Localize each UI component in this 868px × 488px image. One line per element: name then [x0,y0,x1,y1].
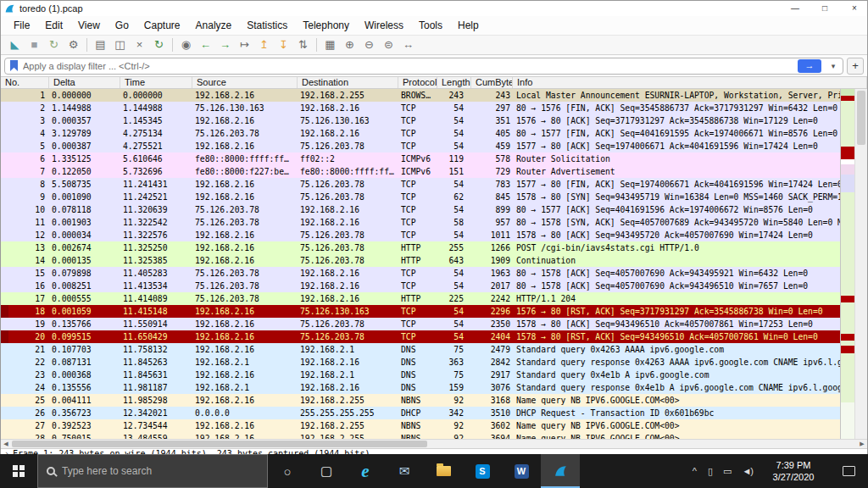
skype-icon[interactable]: S [463,454,502,488]
packet-row[interactable]: 85.50873511.241431192.168.2.1675.126.203… [1,178,840,191]
packet-row[interactable]: 150.07989811.40528375.126.203.78192.168.… [1,267,840,280]
packet-row[interactable]: 50.0003874.275521192.168.2.1675.126.203.… [1,140,840,152]
filter-dropdown-chevron-icon[interactable]: ▾ [826,62,840,70]
start-capture-icon[interactable]: ◣ [5,36,25,53]
packet-row[interactable]: 220.08713111.845263192.168.2.1192.168.2.… [1,356,840,369]
column-header-time[interactable]: Time [120,77,192,88]
packet-row[interactable]: 270.39252312.734544192.168.2.16192.168.2… [1,419,840,432]
packet-row[interactable]: 120.00003411.322576192.168.2.1675.126.20… [1,229,840,241]
packet-row[interactable]: 190.13576611.550914192.168.2.1675.126.20… [1,318,840,330]
zoom-out-icon[interactable]: ⊖ [359,36,379,53]
filter-input[interactable] [23,61,793,71]
restart-capture-icon[interactable]: ↻ [44,36,64,53]
menu-edit[interactable]: Edit [37,17,70,34]
packet-row[interactable]: 43.1297894.27513475.126.203.78192.168.2.… [1,127,840,140]
find-packet-icon[interactable]: ◉ [176,36,196,53]
task-view-icon[interactable]: ▢ [307,454,346,488]
open-file-icon[interactable]: ▤ [91,36,110,53]
stop-capture-icon[interactable]: ■ [25,36,44,53]
apply-filter-button[interactable]: → [798,59,821,73]
column-header-delta[interactable]: Delta [49,77,120,88]
cortana-icon[interactable]: ○ [268,454,307,488]
packet-row[interactable]: 250.00411111.985298192.168.2.16192.168.2… [1,394,840,407]
file-explorer-icon[interactable] [424,454,463,488]
start-button[interactable] [0,454,37,488]
menu-go[interactable]: Go [108,17,136,34]
volume-icon[interactable]: ◄) [742,466,753,477]
menu-help[interactable]: Help [450,17,487,34]
packet-row[interactable]: 230.00036811.845631192.168.2.16192.168.2… [1,369,840,381]
filter-bookmark-icon[interactable] [10,60,18,71]
colorize-icon[interactable]: ▦ [320,36,340,53]
packet-row[interactable]: 130.00267411.325250192.168.2.1675.126.20… [1,241,840,254]
go-forward-icon[interactable]: → [215,36,235,53]
menu-tools[interactable]: Tools [411,17,450,34]
edge-icon[interactable]: e [346,454,385,488]
go-last-icon[interactable]: ↧ [274,36,293,53]
column-header-info[interactable]: Info [513,77,867,88]
menu-telephony[interactable]: Telephony [295,17,357,34]
scroll-left-arrow-icon[interactable]: ◀ [1,440,11,448]
menu-view[interactable]: View [70,17,108,34]
search-input[interactable] [62,465,259,477]
go-first-icon[interactable]: ↥ [254,36,274,53]
maximize-button[interactable]: □ [812,1,837,16]
go-back-icon[interactable]: ← [196,36,215,53]
battery-icon[interactable]: ▯ [708,466,712,477]
vertical-scrollbar[interactable] [854,89,867,439]
zoom-in-icon[interactable]: ⊕ [340,36,359,53]
packet-row[interactable]: 280.75001513.484559192.168.2.16192.168.2… [1,432,840,439]
column-header-no[interactable]: No. [1,77,49,88]
auto-scroll-icon[interactable]: ⇅ [293,36,313,53]
mail-icon[interactable]: ✉ [385,454,424,488]
menu-wireless[interactable]: Wireless [357,17,411,34]
packet-row[interactable]: 200.09951511.650429192.168.2.1675.126.20… [1,330,840,343]
column-header-source[interactable]: Source [192,77,298,88]
resize-columns-icon[interactable]: ↔ [398,36,418,53]
capture-options-icon[interactable]: ⚙ [64,36,83,53]
packet-row[interactable]: 110.00190311.32254275.126.203.78192.168.… [1,216,840,229]
save-file-icon[interactable]: ◫ [110,36,130,53]
column-header-length[interactable]: Length [437,77,471,88]
packet-row[interactable]: 10.0000000.000000192.168.2.16192.168.2.2… [1,89,840,102]
packet-row[interactable]: 100.07811811.32063975.126.203.78192.168.… [1,203,840,216]
menu-analyze[interactable]: Analyze [188,17,240,34]
close-button[interactable]: × [842,1,867,16]
display-filter-field[interactable]: → ▾ [4,58,843,75]
column-header-cumbyte[interactable]: CumByte [471,77,513,88]
action-center-icon[interactable] [834,466,863,476]
column-header-protocol[interactable]: Protocol [398,77,437,88]
taskbar-clock[interactable]: 7:39 PM 3/27/2020 [764,459,823,483]
add-filter-button[interactable]: + [847,58,864,75]
packet-row[interactable]: 180.00105911.415148192.168.2.1675.126.13… [1,305,840,318]
menu-statistics[interactable]: Statistics [239,17,295,34]
display-icon[interactable]: ▭ [723,466,731,477]
column-header-destination[interactable]: Destination [298,77,398,88]
minimize-button[interactable]: — [782,1,808,16]
hidden-icons-chevron-icon[interactable]: ^ [693,466,697,476]
close-file-icon[interactable]: × [130,36,149,53]
horizontal-scrollbar[interactable]: ◀ ▶ [1,439,867,448]
menu-capture[interactable]: Capture [136,17,188,34]
packet-row[interactable]: 90.00109011.242521192.168.2.1675.126.203… [1,191,840,203]
scroll-right-arrow-icon[interactable]: ▶ [857,440,867,448]
packet-row[interactable]: 61.3351255.610646fe80::8000:ffff:ff…ff02… [1,152,840,165]
packet-row[interactable]: 30.0003571.145345192.168.2.1675.126.130.… [1,114,840,127]
packet-row[interactable]: 210.10770311.758132192.168.2.16192.168.2… [1,343,840,356]
go-to-packet-icon[interactable]: ↦ [235,36,254,53]
packet-row[interactable]: 140.00013511.325385192.168.2.1675.126.20… [1,254,840,267]
packet-row[interactable]: 160.00825111.41353475.126.203.78192.168.… [1,280,840,292]
vertical-scroll-thumb[interactable] [857,91,865,145]
taskbar-search[interactable] [37,454,268,488]
packet-row[interactable]: 240.13555611.981187192.168.2.1192.168.2.… [1,381,840,394]
word-icon[interactable]: W [502,454,541,488]
horizontal-scroll-thumb[interactable] [12,441,427,447]
packet-row[interactable]: 70.1220505.732696fe80::8000:f227:be…fe80… [1,165,840,178]
packet-row[interactable]: 170.00055511.41408975.126.203.78192.168.… [1,292,840,305]
packet-row[interactable]: 260.35672312.3420210.0.0.0255.255.255.25… [1,407,840,419]
reload-file-icon[interactable]: ↻ [149,36,169,53]
packet-minimap[interactable] [840,89,854,439]
zoom-100-icon[interactable]: ⊜ [379,36,398,53]
packet-row[interactable]: 21.1449881.14498875.126.130.163192.168.2… [1,102,840,114]
menu-file[interactable]: File [6,17,37,34]
